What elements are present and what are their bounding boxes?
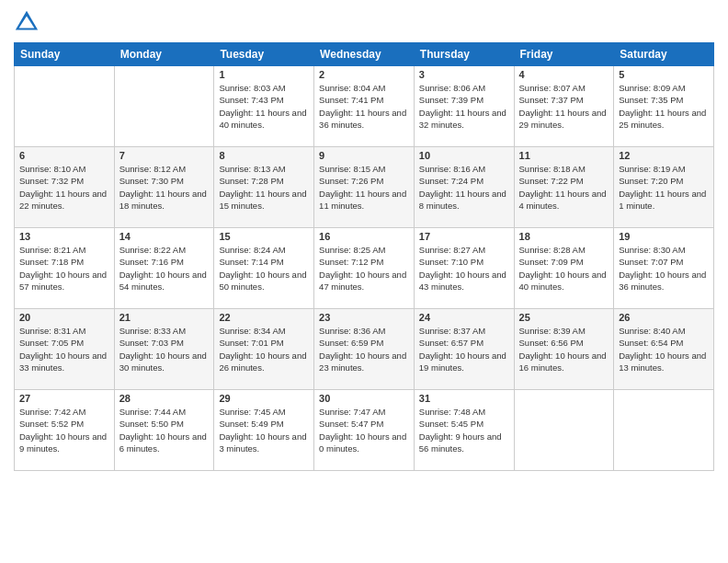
day-number: 31 xyxy=(419,393,509,404)
day-number: 17 xyxy=(419,231,509,242)
header xyxy=(14,9,714,35)
day-cell: 2Sunrise: 8:04 AM Sunset: 7:41 PM Daylig… xyxy=(314,66,415,147)
day-cell: 26Sunrise: 8:40 AM Sunset: 6:54 PM Dayli… xyxy=(614,309,714,390)
weekday-header-thursday: Thursday xyxy=(414,43,514,66)
day-cell: 19Sunrise: 8:30 AM Sunset: 7:07 PM Dayli… xyxy=(614,228,714,309)
day-cell: 4Sunrise: 8:07 AM Sunset: 7:37 PM Daylig… xyxy=(514,66,614,147)
day-info: Sunrise: 8:15 AM Sunset: 7:26 PM Dayligh… xyxy=(319,163,409,212)
day-number: 26 xyxy=(619,312,709,323)
day-cell: 23Sunrise: 8:36 AM Sunset: 6:59 PM Dayli… xyxy=(314,309,415,390)
day-info: Sunrise: 8:03 AM Sunset: 7:43 PM Dayligh… xyxy=(219,82,309,131)
day-cell: 15Sunrise: 8:24 AM Sunset: 7:14 PM Dayli… xyxy=(214,228,314,309)
weekday-header-monday: Monday xyxy=(114,43,214,66)
day-number: 14 xyxy=(119,231,210,242)
day-number: 2 xyxy=(319,69,409,80)
day-cell: 29Sunrise: 7:45 AM Sunset: 5:49 PM Dayli… xyxy=(214,390,314,471)
calendar-table: SundayMondayTuesdayWednesdayThursdayFrid… xyxy=(14,42,714,471)
day-info: Sunrise: 7:45 AM Sunset: 5:49 PM Dayligh… xyxy=(219,406,309,454)
day-number: 10 xyxy=(419,150,509,161)
day-cell: 24Sunrise: 8:37 AM Sunset: 6:57 PM Dayli… xyxy=(414,309,514,390)
day-info: Sunrise: 8:07 AM Sunset: 7:37 PM Dayligh… xyxy=(519,82,609,131)
day-number: 30 xyxy=(319,393,409,404)
day-number: 28 xyxy=(119,393,210,404)
day-number: 11 xyxy=(519,150,609,161)
day-cell: 3Sunrise: 8:06 AM Sunset: 7:39 PM Daylig… xyxy=(414,66,514,147)
day-cell xyxy=(514,390,614,471)
day-number: 25 xyxy=(519,312,609,323)
weekday-header-row: SundayMondayTuesdayWednesdayThursdayFrid… xyxy=(15,43,714,66)
day-cell: 25Sunrise: 8:39 AM Sunset: 6:56 PM Dayli… xyxy=(514,309,614,390)
day-info: Sunrise: 8:22 AM Sunset: 7:16 PM Dayligh… xyxy=(119,244,210,293)
day-number: 23 xyxy=(319,312,409,323)
day-info: Sunrise: 8:06 AM Sunset: 7:39 PM Dayligh… xyxy=(419,82,509,131)
day-number: 6 xyxy=(19,150,109,161)
weekday-header-sunday: Sunday xyxy=(15,43,115,66)
day-number: 22 xyxy=(219,312,309,323)
day-cell: 12Sunrise: 8:19 AM Sunset: 7:20 PM Dayli… xyxy=(614,147,714,228)
weekday-header-saturday: Saturday xyxy=(614,43,714,66)
day-info: Sunrise: 7:47 AM Sunset: 5:47 PM Dayligh… xyxy=(319,406,409,454)
day-info: Sunrise: 7:42 AM Sunset: 5:52 PM Dayligh… xyxy=(19,406,109,454)
day-cell: 28Sunrise: 7:44 AM Sunset: 5:50 PM Dayli… xyxy=(114,390,214,471)
weekday-header-tuesday: Tuesday xyxy=(214,43,314,66)
week-row-5: 27Sunrise: 7:42 AM Sunset: 5:52 PM Dayli… xyxy=(15,390,714,471)
day-info: Sunrise: 8:36 AM Sunset: 6:59 PM Dayligh… xyxy=(319,325,409,373)
day-number: 21 xyxy=(119,312,210,323)
day-info: Sunrise: 8:30 AM Sunset: 7:07 PM Dayligh… xyxy=(619,244,709,293)
day-info: Sunrise: 7:44 AM Sunset: 5:50 PM Dayligh… xyxy=(119,406,210,454)
week-row-3: 13Sunrise: 8:21 AM Sunset: 7:18 PM Dayli… xyxy=(15,228,714,309)
day-cell: 9Sunrise: 8:15 AM Sunset: 7:26 PM Daylig… xyxy=(314,147,415,228)
week-row-2: 6Sunrise: 8:10 AM Sunset: 7:32 PM Daylig… xyxy=(15,147,714,228)
day-number: 27 xyxy=(19,393,109,404)
day-number: 15 xyxy=(219,231,309,242)
day-cell xyxy=(114,66,214,147)
day-info: Sunrise: 8:40 AM Sunset: 6:54 PM Dayligh… xyxy=(619,325,709,373)
day-number: 9 xyxy=(319,150,409,161)
day-info: Sunrise: 8:25 AM Sunset: 7:12 PM Dayligh… xyxy=(319,244,409,293)
day-cell xyxy=(15,66,115,147)
day-info: Sunrise: 8:16 AM Sunset: 7:24 PM Dayligh… xyxy=(419,163,509,212)
day-cell: 20Sunrise: 8:31 AM Sunset: 7:05 PM Dayli… xyxy=(15,309,115,390)
day-info: Sunrise: 8:27 AM Sunset: 7:10 PM Dayligh… xyxy=(419,244,509,293)
day-cell: 30Sunrise: 7:47 AM Sunset: 5:47 PM Dayli… xyxy=(314,390,415,471)
day-number: 4 xyxy=(519,69,609,80)
day-cell: 21Sunrise: 8:33 AM Sunset: 7:03 PM Dayli… xyxy=(114,309,214,390)
day-info: Sunrise: 8:28 AM Sunset: 7:09 PM Dayligh… xyxy=(519,244,609,293)
day-cell: 16Sunrise: 8:25 AM Sunset: 7:12 PM Dayli… xyxy=(314,228,415,309)
weekday-header-friday: Friday xyxy=(514,43,614,66)
day-number: 3 xyxy=(419,69,509,80)
week-row-4: 20Sunrise: 8:31 AM Sunset: 7:05 PM Dayli… xyxy=(15,309,714,390)
day-info: Sunrise: 8:19 AM Sunset: 7:20 PM Dayligh… xyxy=(619,163,709,212)
day-number: 13 xyxy=(19,231,109,242)
day-number: 24 xyxy=(419,312,509,323)
day-info: Sunrise: 8:09 AM Sunset: 7:35 PM Dayligh… xyxy=(619,82,709,131)
day-number: 16 xyxy=(319,231,409,242)
day-cell: 7Sunrise: 8:12 AM Sunset: 7:30 PM Daylig… xyxy=(114,147,214,228)
day-cell xyxy=(614,390,714,471)
day-cell: 22Sunrise: 8:34 AM Sunset: 7:01 PM Dayli… xyxy=(214,309,314,390)
day-number: 1 xyxy=(219,69,309,80)
general-blue-icon xyxy=(14,9,40,35)
day-info: Sunrise: 7:48 AM Sunset: 5:45 PM Dayligh… xyxy=(419,406,509,454)
day-cell: 17Sunrise: 8:27 AM Sunset: 7:10 PM Dayli… xyxy=(414,228,514,309)
day-cell: 8Sunrise: 8:13 AM Sunset: 7:28 PM Daylig… xyxy=(214,147,314,228)
day-info: Sunrise: 8:39 AM Sunset: 6:56 PM Dayligh… xyxy=(519,325,609,373)
day-info: Sunrise: 8:13 AM Sunset: 7:28 PM Dayligh… xyxy=(219,163,309,212)
day-info: Sunrise: 8:24 AM Sunset: 7:14 PM Dayligh… xyxy=(219,244,309,293)
day-info: Sunrise: 8:31 AM Sunset: 7:05 PM Dayligh… xyxy=(19,325,109,373)
day-info: Sunrise: 8:21 AM Sunset: 7:18 PM Dayligh… xyxy=(19,244,109,293)
day-number: 12 xyxy=(619,150,709,161)
day-cell: 5Sunrise: 8:09 AM Sunset: 7:35 PM Daylig… xyxy=(614,66,714,147)
day-cell: 1Sunrise: 8:03 AM Sunset: 7:43 PM Daylig… xyxy=(214,66,314,147)
day-cell: 18Sunrise: 8:28 AM Sunset: 7:09 PM Dayli… xyxy=(514,228,614,309)
day-info: Sunrise: 8:12 AM Sunset: 7:30 PM Dayligh… xyxy=(119,163,210,212)
day-number: 18 xyxy=(519,231,609,242)
day-info: Sunrise: 8:37 AM Sunset: 6:57 PM Dayligh… xyxy=(419,325,509,373)
day-cell: 13Sunrise: 8:21 AM Sunset: 7:18 PM Dayli… xyxy=(15,228,115,309)
week-row-1: 1Sunrise: 8:03 AM Sunset: 7:43 PM Daylig… xyxy=(15,66,714,147)
day-number: 29 xyxy=(219,393,309,404)
weekday-header-wednesday: Wednesday xyxy=(314,43,415,66)
day-number: 5 xyxy=(619,69,709,80)
day-info: Sunrise: 8:10 AM Sunset: 7:32 PM Dayligh… xyxy=(19,163,109,212)
day-cell: 6Sunrise: 8:10 AM Sunset: 7:32 PM Daylig… xyxy=(15,147,115,228)
